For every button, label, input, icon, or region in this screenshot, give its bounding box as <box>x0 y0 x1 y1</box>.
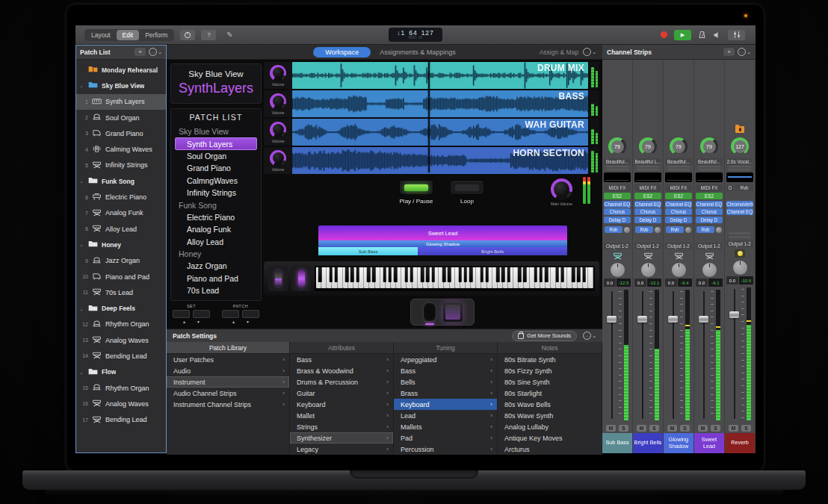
black-key[interactable] <box>410 267 414 282</box>
solo-button[interactable]: S <box>741 425 751 432</box>
midi-fx-slot[interactable]: MIDI FX <box>634 184 661 191</box>
audio-fx-slot[interactable]: Delay D <box>604 217 631 223</box>
black-key[interactable] <box>572 267 575 282</box>
volume-fader[interactable] <box>729 287 739 420</box>
patch-row[interactable]: 3Grand Piano <box>75 125 167 141</box>
patch-next-button[interactable] <box>242 310 259 318</box>
fader-cap[interactable] <box>668 316 678 323</box>
black-key[interactable] <box>534 267 537 282</box>
piano-keys[interactable] <box>315 266 595 291</box>
patch-row[interactable]: 16Analog Waves <box>75 396 167 411</box>
eq-thumbnail[interactable] <box>604 172 631 182</box>
expression-pedal[interactable] <box>422 302 437 323</box>
black-key[interactable] <box>372 267 376 282</box>
patch-library-item[interactable]: User Patches› <box>167 354 289 365</box>
patch-row[interactable]: 2Soul Organ <box>75 110 167 125</box>
pitch-wheel[interactable] <box>268 266 288 291</box>
fader-cap[interactable] <box>699 316 708 323</box>
mute-button[interactable]: M <box>729 425 738 432</box>
perf-patch-entry[interactable]: Piano and Pad <box>175 273 257 284</box>
eq-thumbnail[interactable] <box>696 172 723 182</box>
set-row[interactable]: ⌄Honey <box>75 237 167 252</box>
main-volume-knob[interactable]: Main Volume <box>551 178 572 206</box>
master-mute-button[interactable] <box>713 31 721 39</box>
black-key[interactable] <box>426 267 430 282</box>
set-row[interactable]: ⌄Deep Feels <box>75 300 167 316</box>
perf-patch-entry[interactable]: Alloy Lead <box>175 236 257 248</box>
black-key[interactable] <box>329 267 333 282</box>
perf-patch-entry[interactable]: 70s Lead <box>175 284 257 296</box>
black-key[interactable] <box>486 267 489 282</box>
input-source[interactable]: Rvb <box>735 184 753 191</box>
patch-library-item[interactable]: 80s Wave Bells <box>498 399 602 410</box>
send-knob[interactable] <box>716 227 722 233</box>
volume-knob[interactable] <box>270 65 286 81</box>
mute-button[interactable]: M <box>698 425 708 432</box>
black-key[interactable] <box>540 267 543 282</box>
layer-sub-bass[interactable]: Sub Bass <box>318 247 418 255</box>
patch-library-item[interactable]: 80s Sine Synth <box>498 376 602 388</box>
white-key[interactable] <box>321 267 327 288</box>
patch-library-item[interactable]: 80s Bitrate Synth <box>498 354 602 365</box>
patch-library-item[interactable]: Mallet› <box>290 410 393 421</box>
patch-row[interactable]: 4Calming Waves <box>75 141 167 157</box>
mute-button[interactable]: M <box>606 425 616 432</box>
black-key[interactable] <box>404 267 408 282</box>
patch-row[interactable]: 13Analog Waves <box>75 332 167 348</box>
mode-layout[interactable]: Layout <box>85 30 117 40</box>
fader-cap[interactable] <box>729 311 739 318</box>
channel-name[interactable]: Sub Bass <box>602 433 632 453</box>
set-row[interactable]: ⌄Sky Blue View <box>75 78 167 93</box>
preset-name[interactable]: Beautiful... <box>696 158 723 165</box>
white-key[interactable] <box>375 267 380 288</box>
patch-row[interactable]: 1170s Lead <box>75 284 167 300</box>
patch-library-item[interactable]: 80s Wave Synth <box>498 410 602 421</box>
patch-library-item[interactable]: Bass› <box>290 354 393 365</box>
track-volume-knob[interactable]: Volume <box>264 62 292 89</box>
solo-button[interactable]: S <box>649 425 659 432</box>
black-key[interactable] <box>367 267 371 282</box>
pan-knob[interactable] <box>672 263 686 277</box>
patch-library-item[interactable]: 80s Fizzy Synth <box>498 365 602 376</box>
patch-row[interactable]: 17Bending Lead <box>75 412 167 428</box>
black-key[interactable] <box>345 267 349 282</box>
perf-patch-entry[interactable]: Soul Organ <box>175 150 257 162</box>
black-key[interactable] <box>582 267 586 282</box>
patch-library-item[interactable]: Arcturus <box>498 444 602 455</box>
patch-library-item[interactable]: Pad› <box>394 432 497 444</box>
track-volume-knob[interactable]: Volume <box>264 90 292 117</box>
edit-mapping-button[interactable]: ✎ <box>222 30 237 40</box>
audio-fx-slot[interactable]: Delay D <box>665 217 692 223</box>
patch-library-item[interactable]: 80s Starlight <box>498 388 602 399</box>
black-key[interactable] <box>480 267 483 282</box>
black-key[interactable] <box>356 267 359 282</box>
black-key[interactable] <box>383 267 387 282</box>
channel-name[interactable]: Reverb <box>725 433 755 453</box>
white-key[interactable] <box>359 267 364 288</box>
mute-button[interactable]: M <box>637 425 646 432</box>
add-patch-button[interactable]: + <box>135 48 146 56</box>
layer-glowing-shadow[interactable]: Glowing Shadow <box>318 240 567 247</box>
patch-library-item[interactable]: Strings› <box>290 421 393 432</box>
eq-thumbnail[interactable] <box>726 172 753 182</box>
channel-name[interactable]: Glowing Shadow <box>664 433 693 453</box>
perf-patch-entry[interactable]: Analog Funk <box>175 223 257 235</box>
output-slot[interactable]: Output 1-2 <box>665 243 692 249</box>
tab-tuning[interactable]: Tuning <box>394 342 498 354</box>
black-key[interactable] <box>335 267 339 282</box>
send-slot[interactable]: Rvb <box>605 226 622 233</box>
pan-knob[interactable] <box>641 263 655 277</box>
perf-set-entry[interactable]: Funk Song <box>175 199 257 211</box>
patch-library-item[interactable]: Percussion› <box>394 444 497 455</box>
mode-perform[interactable]: Perform <box>139 30 173 40</box>
audio-fx-slot[interactable]: Channel EQ <box>726 208 753 215</box>
set-previous-button[interactable] <box>173 310 190 318</box>
volume-fader[interactable] <box>668 290 678 420</box>
patch-previous-button[interactable] <box>222 310 239 318</box>
play-pause-control[interactable]: Play / Pause <box>398 180 434 205</box>
volume-fader[interactable] <box>699 290 708 420</box>
send-slot[interactable]: Rvb <box>635 226 653 233</box>
black-key[interactable] <box>496 267 500 282</box>
strip-level-knob[interactable]: 127 <box>731 137 749 155</box>
black-key[interactable] <box>577 267 581 282</box>
